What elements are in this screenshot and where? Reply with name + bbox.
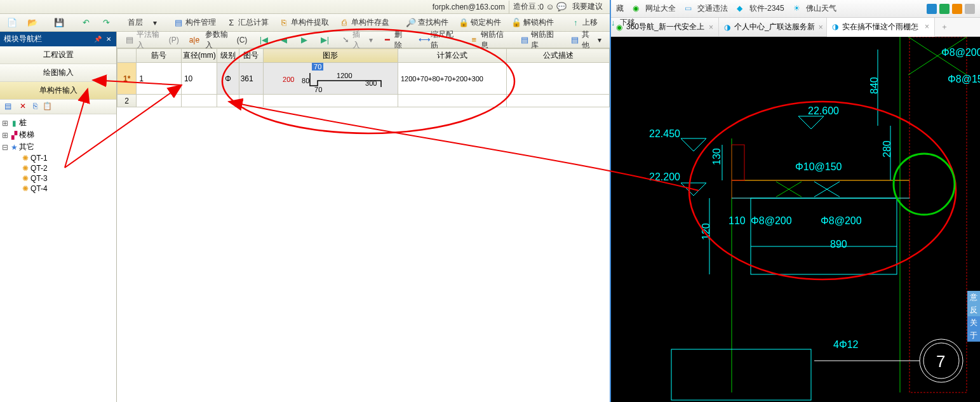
extract-icon: ⎘	[279, 18, 289, 28]
col-level[interactable]: 级别	[217, 49, 239, 63]
feedback-button[interactable]: 我要建议	[568, 0, 607, 14]
cell-code[interactable]: 1	[137, 63, 182, 95]
globe-icon: ◉	[633, 4, 643, 14]
cog-icon: ✺	[20, 174, 30, 183]
svg-rect-13	[751, 198, 897, 274]
svg-text:Φ8@15: Φ8@15	[948, 74, 980, 84]
svg-text:Φ10@150: Φ10@150	[795, 161, 842, 172]
first-button[interactable]: |◀	[254, 33, 273, 47]
svg-text:7: 7	[936, 352, 945, 371]
svg-text:840: 840	[869, 77, 880, 94]
svg-text:280: 280	[882, 140, 892, 157]
sidebar-btn-draw[interactable]: 绘图输入	[0, 64, 116, 82]
cog-icon: ✺	[20, 164, 30, 173]
svg-text:890: 890	[830, 239, 847, 250]
tree-item-qt1[interactable]: ✺QT-1	[1, 153, 115, 163]
browser-tab-1[interactable]: ◑个人中心_广联达服务新×	[719, 18, 827, 36]
taborg-icon: ◑	[832, 22, 838, 31]
redo-button[interactable]: ↷	[97, 16, 116, 30]
right-side-strip[interactable]: 意反 关于	[967, 291, 980, 342]
cell-formula[interactable]: 1200+70+80+70+200+300	[398, 63, 507, 95]
prev-button[interactable]: ◀	[274, 33, 293, 47]
open-button[interactable]: 📂	[23, 16, 42, 30]
mini-props-icon[interactable]: ▤	[3, 102, 13, 112]
mini-paste-icon[interactable]: 📋	[42, 102, 52, 112]
fav-soft[interactable]: ◆软件-2345	[737, 3, 784, 14]
svg-rect-5	[732, 180, 910, 198]
tree-item-pile[interactable]: ⊞▮桩	[1, 117, 115, 129]
tree-item-stair[interactable]: ⊞▞楼梯	[1, 129, 115, 141]
svg-text:Φ8@200: Φ8@200	[941, 47, 980, 58]
col-desc[interactable]: 公式描述	[507, 49, 610, 63]
user-email: forpk.chen@163.com	[433, 3, 505, 11]
single-extract-button[interactable]: ⎘单构件提取	[274, 15, 333, 30]
cell-dia[interactable]: 10	[181, 63, 217, 95]
prev-icon: ◀	[279, 35, 289, 45]
cog-icon: ✺	[20, 184, 30, 193]
redo-icon: ↷	[101, 18, 111, 28]
ext-icon-2[interactable]	[939, 4, 950, 14]
svg-text:120: 120	[701, 223, 711, 240]
doc-icon: ▭	[685, 4, 695, 14]
ext-icon-3[interactable]	[952, 4, 962, 14]
open-icon: 📂	[27, 18, 37, 28]
new-button[interactable]: 📄	[3, 16, 22, 30]
close-icon[interactable]: ×	[819, 23, 823, 32]
move-down-button[interactable]: ↓下移	[603, 15, 640, 30]
lock-icon: 🔒	[459, 18, 469, 28]
down-icon: ↓	[608, 18, 618, 28]
next-button[interactable]: ▶	[295, 33, 314, 47]
tree-item-qt2[interactable]: ✺QT-2	[1, 163, 115, 173]
fav-sites[interactable]: ◉网址大全	[633, 3, 676, 14]
cell-desc[interactable]	[507, 63, 610, 95]
svg-text:22.200: 22.200	[649, 171, 680, 182]
disk-icon: ⎙	[339, 18, 349, 28]
search-icon: 🔎	[406, 18, 416, 28]
sidebar-btn-project[interactable]: 工程设置	[0, 46, 116, 64]
tree-item-other[interactable]: ⊟★其它	[1, 141, 115, 153]
cell-shape[interactable]: 200 80 70 1200 300 70	[264, 63, 398, 95]
sidebar-btn-single[interactable]: 单构件输入	[0, 82, 116, 100]
grid-row-2[interactable]: 2	[117, 95, 610, 107]
cad-viewport[interactable]: 22.600 22.450 22.200 130 280 120 110 890…	[611, 37, 980, 402]
col-dia[interactable]: 直径(mm)	[181, 49, 217, 63]
fav-traffic[interactable]: ▭交通违法	[685, 3, 728, 14]
svg-text:Φ8@200: Φ8@200	[751, 215, 792, 226]
next-icon: ▶	[299, 35, 309, 45]
last-button[interactable]: ▶|	[315, 33, 334, 47]
credits-label: 造价豆	[513, 1, 536, 12]
svg-text:22.600: 22.600	[808, 105, 839, 116]
insert-icon: ➘	[341, 35, 351, 45]
close-icon[interactable]: ×	[925, 22, 929, 31]
col-shape[interactable]: 图形	[264, 49, 398, 63]
tree-item-qt3[interactable]: ✺QT-3	[1, 173, 115, 184]
tree-item-qt4[interactable]: ✺QT-4	[1, 184, 115, 194]
grid-row-1[interactable]: 1* 1 10 Φ 361 200 80 70 1200 300 70	[117, 63, 610, 95]
col-formula[interactable]: 计算公式	[398, 49, 507, 63]
cell-level[interactable]: Φ	[217, 63, 239, 95]
col-figno[interactable]: 图号	[239, 49, 263, 63]
component-tree: ⊞▮桩 ⊞▞楼梯 ⊟★其它 ✺QT-1 ✺QT-2 ✺QT-3 ✺QT-4	[0, 114, 116, 402]
taborg-icon: ◑	[724, 23, 730, 32]
mini-copy-icon[interactable]: ⎘	[30, 102, 40, 112]
row-marker-2[interactable]: 2	[117, 95, 137, 107]
fav-weather[interactable]: ☀佛山天气	[793, 3, 836, 14]
mini-delete-icon[interactable]: ✕	[18, 102, 28, 112]
ext-icon-1[interactable]	[927, 4, 937, 14]
rebar-grid[interactable]: 筋号 直径(mm) 级别 图号 图形 计算公式 公式描述 1* 1 10 Φ 3…	[117, 48, 610, 107]
browser-tab-2[interactable]: ◑实在搞不懂这个雨棚怎×	[827, 18, 935, 37]
undo-button[interactable]: ↶	[76, 16, 95, 30]
close-icon[interactable]: ×	[709, 23, 713, 32]
save-button[interactable]: 💾	[50, 16, 69, 30]
svg-text:Φ8@200: Φ8@200	[821, 215, 862, 226]
last-icon: ▶|	[319, 35, 330, 45]
col-code[interactable]: 筋号	[137, 49, 182, 63]
sidebar-pin-controls[interactable]: 📌 ✕	[94, 36, 112, 43]
pile-icon: ▮	[9, 119, 19, 128]
ext-icon-4[interactable]	[965, 4, 975, 14]
cell-figno[interactable]: 361	[239, 63, 263, 95]
stair-icon: ▞	[9, 131, 19, 140]
rebar-shape-svg	[299, 67, 387, 92]
row-marker-1[interactable]: 1*	[117, 63, 137, 95]
add-tab-button[interactable]: ＋	[935, 18, 954, 36]
